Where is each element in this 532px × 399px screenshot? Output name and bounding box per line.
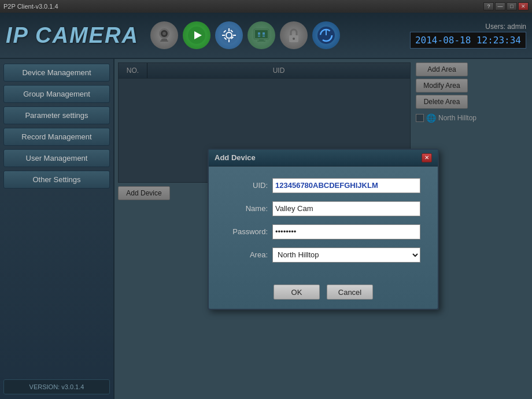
dialog-footer: OK Cancel [209,280,438,309]
dialog-body: UID: Name: Password: Ar [209,167,438,280]
password-label: Password: [226,227,272,236]
uid-label: UID: [226,181,272,190]
play-icon[interactable] [183,21,210,49]
webcam-icon[interactable] [150,21,178,49]
monitor-icon[interactable] [247,21,275,49]
password-input[interactable] [272,224,420,239]
svg-rect-18 [255,30,268,38]
version-label: VERSION: v3.0.1.4 [3,379,110,394]
sidebar-item-record-management[interactable]: Record Management [3,128,110,146]
ok-button[interactable]: OK [274,285,320,300]
add-device-dialog: Add Device ✕ UID: Name: [208,149,439,310]
name-row: Name: [226,201,420,216]
lock-icon[interactable] [280,21,308,49]
settings-icon[interactable] [215,21,243,49]
sidebar-item-device-management[interactable]: Device Management [3,64,110,82]
svg-rect-9 [228,28,230,31]
uid-input[interactable] [272,178,420,193]
uid-row: UID: [226,178,420,193]
area-row: Area: North Hilltop [226,247,420,263]
cancel-button[interactable]: Cancel [327,285,373,300]
svg-rect-11 [222,35,225,36]
area-select[interactable]: North Hilltop [272,247,420,263]
header: IP CAMERA Users: admin 2014-08-18 12:23:… [0,13,532,59]
power-icon[interactable] [312,21,340,49]
name-input[interactable] [272,201,420,216]
header-icon-group [150,21,340,49]
sidebar-item-user-management[interactable]: User Management [3,149,110,167]
name-label: Name: [226,204,272,213]
users-label: Users: admin [410,23,526,31]
dialog-title: Add Device [215,153,256,162]
svg-rect-22 [263,32,265,35]
minimize-button[interactable]: — [495,2,505,10]
svg-rect-20 [257,40,265,42]
area-label: Area: [226,250,272,259]
close-button[interactable]: ✕ [518,2,529,10]
svg-rect-10 [228,39,230,42]
app-title: IP CAMERA [6,23,139,48]
sidebar-item-group-management[interactable]: Group Management [3,85,110,103]
header-right: Users: admin 2014-08-18 12:23:34 [410,23,526,49]
svg-rect-23 [258,35,260,37]
sidebar-item-parameter-settings[interactable]: Parameter settings [3,106,110,124]
svg-rect-21 [258,32,260,35]
maximize-button[interactable]: □ [507,2,517,10]
window-controls: ? — □ ✕ [483,2,529,10]
help-button[interactable]: ? [483,2,494,10]
datetime-display: 2014-08-18 12:23:34 [410,32,526,49]
svg-rect-12 [233,35,236,36]
svg-rect-29 [326,29,327,35]
title-bar: P2P Client-v3.0.1.4 ? — □ ✕ [0,0,532,13]
app-title-small: P2P Client-v3.0.1.4 [3,3,58,10]
modal-overlay: Add Device ✕ UID: Name: [114,59,532,399]
sidebar: Device Management Group Management Param… [0,59,114,399]
svg-point-26 [293,38,295,40]
dialog-close-button[interactable]: ✕ [422,153,432,162]
password-row: Password: [226,224,420,239]
svg-rect-4 [160,40,168,42]
main-layout: Device Management Group Management Param… [0,59,532,399]
dialog-title-bar: Add Device ✕ [209,150,438,167]
sidebar-item-other-settings[interactable]: Other Settings [3,171,110,189]
content-area: NO. UID Add Area Modify Area Delete Area… [114,59,532,399]
svg-point-2 [162,32,166,35]
svg-rect-24 [263,35,265,37]
